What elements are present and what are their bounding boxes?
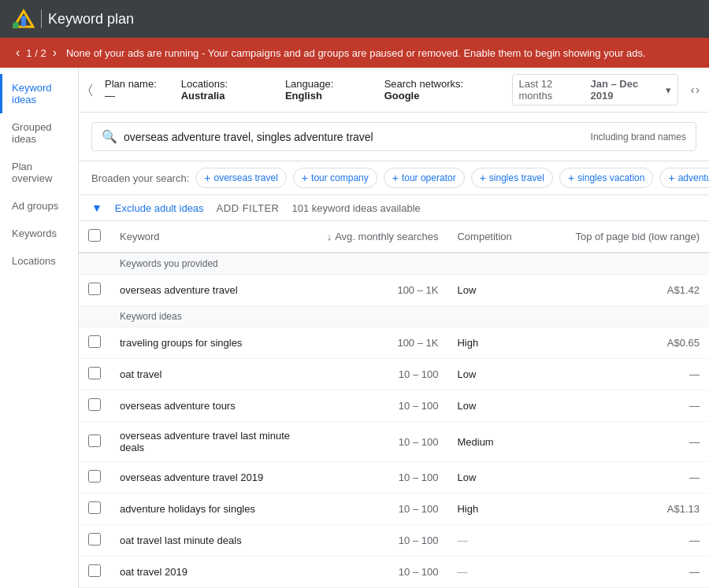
plus-icon: +	[302, 172, 308, 184]
plus-icon: +	[392, 172, 399, 184]
date-range-select[interactable]: Last 12 months Jan – Dec 2019 ▾	[512, 74, 678, 105]
bid-cell: —	[566, 557, 709, 588]
row-checkbox[interactable]	[88, 435, 101, 447]
broaden-chip-adventure-travel[interactable]: + adventure travel	[659, 168, 709, 188]
broaden-chip-tour-operator[interactable]: + tour operator	[384, 168, 465, 188]
keyword-cell: overseas adventure travel last minute de…	[110, 422, 317, 462]
search-icon: 🔍	[102, 129, 117, 144]
search-box: 🔍 Including brand names	[91, 122, 696, 151]
competition-cell: High	[447, 327, 566, 359]
search-input[interactable]	[124, 131, 585, 143]
plus-icon: +	[568, 172, 574, 184]
sidebar-item-grouped-ideas[interactable]: Grouped ideas	[0, 113, 78, 153]
row-checkbox[interactable]	[88, 533, 101, 545]
searches-cell: 10 – 100	[317, 390, 448, 422]
row-checkbox[interactable]	[88, 283, 101, 295]
add-filter-button[interactable]: ADD FILTER	[217, 202, 280, 214]
date-nav-arrows: ‹ ›	[691, 83, 700, 96]
competition-cell: Low	[447, 462, 566, 494]
alert-message: None of your ads are running - Your camp…	[66, 47, 646, 59]
searches-cell: 10 – 100	[317, 494, 448, 525]
filter-row: ▼ Exclude adult ideas ADD FILTER 101 key…	[79, 195, 709, 221]
alert-bar: ‹ 1 / 2 › None of your ads are running -…	[0, 38, 709, 68]
keyword-cell: overseas adventure travel 2019	[110, 462, 317, 494]
exclude-adult-button[interactable]: Exclude adult ideas	[115, 202, 204, 214]
searches-cell: 10 – 100	[317, 525, 448, 557]
sidebar-item-ad-groups[interactable]: Ad groups	[0, 192, 78, 220]
row-checkbox[interactable]	[88, 470, 101, 483]
broaden-chip-tour-company[interactable]: + tour company	[293, 168, 377, 188]
alert-count: 1 / 2	[26, 47, 46, 59]
keyword-cell: oat travel 2019	[110, 557, 317, 588]
searches-cell: 10 – 100	[317, 422, 448, 462]
sort-down-icon: ↓	[327, 231, 332, 242]
alert-prev-button[interactable]: ‹	[13, 46, 23, 60]
searches-cell: 10 – 100	[317, 462, 448, 494]
bid-cell: —	[566, 422, 709, 462]
sidebar-item-keywords[interactable]: Keywords	[0, 220, 78, 247]
th-competition: Competition	[447, 221, 566, 253]
row-checkbox[interactable]	[88, 367, 101, 379]
plus-icon: +	[668, 172, 674, 184]
sidebar-item-plan-overview[interactable]: Plan overview	[0, 153, 78, 192]
searches-cell: 100 – 1K	[317, 327, 448, 359]
competition-cell: Low	[447, 359, 566, 390]
table-row: adventure holidays for singles 10 – 100 …	[79, 494, 709, 525]
competition-cell: Low	[447, 275, 566, 306]
competition-cell: —	[447, 557, 566, 588]
collapse-button[interactable]: 〈	[88, 83, 92, 97]
plan-location: Locations: Australia	[181, 78, 273, 102]
th-keyword: Keyword	[110, 221, 317, 253]
date-prev-button[interactable]: ‹	[691, 83, 695, 96]
date-next-button[interactable]: ›	[696, 83, 700, 96]
bid-cell: A$0.65	[566, 327, 709, 359]
keyword-count: 101 keyword ideas available	[292, 202, 421, 214]
keyword-cell: overseas adventure travel	[110, 275, 317, 306]
th-checkbox	[79, 221, 110, 253]
bid-cell: A$1.13	[566, 494, 709, 525]
keyword-cell: adventure holidays for singles	[110, 494, 317, 525]
table-row: overseas adventure travel last minute de…	[79, 422, 709, 462]
keyword-cell: overseas adventure tours	[110, 390, 317, 422]
searches-cell: 10 – 100	[317, 359, 448, 390]
alert-nav[interactable]: ‹ 1 / 2 ›	[13, 46, 60, 60]
content-area: 〈 Plan name: — Locations: Australia Lang…	[79, 68, 709, 588]
row-checkbox[interactable]	[88, 335, 101, 348]
table-row: traveling groups for singles 100 – 1K Hi…	[79, 327, 709, 359]
row-checkbox[interactable]	[88, 564, 101, 577]
logo-area: Keyword plan	[13, 8, 134, 30]
select-all-checkbox[interactable]	[88, 229, 101, 242]
broaden-chip-singles-vacation[interactable]: + singles vacation	[559, 168, 654, 188]
competition-cell: Medium	[447, 422, 566, 462]
sidebar-item-keyword-ideas[interactable]: Keyword ideas	[0, 74, 78, 113]
svg-point-1	[13, 22, 19, 28]
svg-rect-2	[21, 16, 26, 27]
broaden-chip-overseas-travel[interactable]: + overseas travel	[195, 168, 287, 188]
keywords-table: Keyword ↓ Avg. monthly searches Competit…	[79, 221, 709, 588]
row-checkbox[interactable]	[88, 501, 101, 514]
table-row: overseas adventure tours 10 – 100 Low —	[79, 390, 709, 422]
table-container: Keyword ↓ Avg. monthly searches Competit…	[79, 221, 709, 588]
broaden-label: Broaden your search:	[91, 172, 189, 184]
th-searches[interactable]: ↓ Avg. monthly searches	[317, 221, 448, 253]
broaden-chip-singles-travel[interactable]: + singles travel	[471, 168, 553, 188]
table-row: overseas adventure travel 100 – 1K Low A…	[79, 275, 709, 306]
plus-icon: +	[204, 172, 210, 184]
table-header-row: Keyword ↓ Avg. monthly searches Competit…	[79, 221, 709, 253]
section-header-1: Keyword ideas	[79, 306, 709, 327]
logo-divider	[41, 9, 42, 28]
filter-icon: ▼	[91, 202, 102, 214]
section-header-0: Keywords you provided	[79, 253, 709, 275]
brand-names-button[interactable]: Including brand names	[591, 131, 686, 142]
competition-cell: —	[447, 525, 566, 557]
keyword-cell: traveling groups for singles	[110, 327, 317, 359]
bid-cell: —	[566, 525, 709, 557]
chevron-down-icon: ▾	[666, 84, 671, 96]
sidebar-item-locations[interactable]: Locations	[0, 247, 78, 275]
alert-next-button[interactable]: ›	[50, 46, 60, 60]
bid-cell: —	[566, 390, 709, 422]
row-checkbox[interactable]	[88, 398, 101, 411]
plus-icon: +	[480, 172, 486, 184]
bid-cell: —	[566, 462, 709, 494]
searches-cell: 10 – 100	[317, 557, 448, 588]
